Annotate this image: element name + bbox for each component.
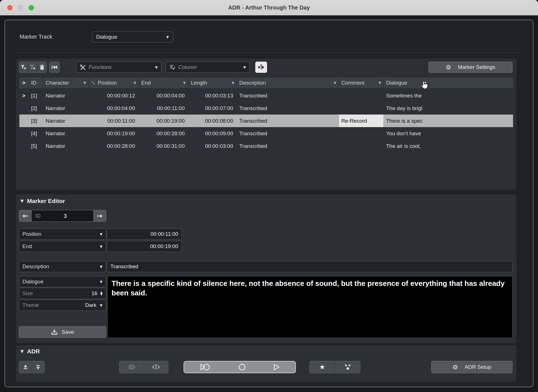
theme-dropdown[interactable]: Theme Dark ▼ xyxy=(19,300,106,311)
chevron-down-icon: ▼ xyxy=(379,81,381,85)
marker-add-group xyxy=(19,62,47,73)
collapse-triangle-icon: ▼ xyxy=(20,199,24,204)
stepper-down-icon[interactable]: ▼ xyxy=(100,293,103,296)
add-multiple-markers-button[interactable] xyxy=(28,62,38,73)
eject-up-icon xyxy=(23,364,28,370)
marker-id-field[interactable]: ID 3 xyxy=(32,210,93,221)
description-label: Description xyxy=(22,263,49,270)
marker-track-dropdown[interactable]: Dialogue ▼ xyxy=(92,31,173,43)
table-header: > ID Character▼ Position▼ End▼ Length▼ D… xyxy=(19,78,513,88)
adr-mode-group xyxy=(119,361,168,373)
delete-marker-button[interactable] xyxy=(37,62,47,73)
cell-position: 00:00:28:00 xyxy=(89,140,138,152)
cell-position: 00:00:04:00 xyxy=(89,102,138,115)
rehearse-button[interactable] xyxy=(199,363,211,371)
rate-take-button[interactable]: ★ xyxy=(310,361,335,373)
cell-dialogue: You don't have xyxy=(384,127,429,140)
row-cursor xyxy=(19,140,28,152)
close-button[interactable] xyxy=(7,5,13,10)
auto-select-toggle-button[interactable] xyxy=(255,62,267,73)
cell-length: 00:00:03:00 xyxy=(189,140,236,152)
cell-end: 00:00:28:00 xyxy=(139,127,188,140)
chevron-down-icon: ▼ xyxy=(243,65,246,69)
titlebar: ADR - Arthur Through The Day xyxy=(0,0,538,15)
end-attribute-dropdown[interactable]: End ▼ xyxy=(19,241,106,252)
column-dropdown[interactable]: Column ▼ xyxy=(166,62,250,73)
font-size-stepper[interactable]: Size 16 ▲ ▼ xyxy=(19,288,106,299)
functions-dropdown[interactable]: Functions ▼ xyxy=(76,62,161,73)
chevron-down-icon: ▼ xyxy=(100,265,103,269)
adr-setup-button[interactable]: ⚙ ADR Setup xyxy=(431,361,513,373)
table-row[interactable]: [4] Narrator 00:00:19:00 00:00:28:00 00:… xyxy=(19,127,513,140)
take-group: ★ xyxy=(309,361,360,373)
marker-settings-button[interactable]: ⚙ Marker Settings xyxy=(428,62,513,73)
collapse-triangle-icon: ▼ xyxy=(20,349,24,354)
trash-icon xyxy=(39,64,45,70)
jump-next-button[interactable] xyxy=(32,361,44,373)
cell-dialogue: The air is cool, xyxy=(384,140,429,152)
position-attribute-dropdown[interactable]: Position ▼ xyxy=(19,228,106,240)
marker-settings-label: Marker Settings xyxy=(458,64,495,70)
free-run-mode-button[interactable] xyxy=(144,361,168,373)
chevron-down-icon: ▼ xyxy=(232,81,234,85)
cell-dialogue: Sometimes the xyxy=(384,89,429,102)
column-header-length[interactable]: Length▼ xyxy=(189,78,236,88)
column-header-cursor[interactable]: > xyxy=(19,78,28,88)
column-header-character[interactable]: Character▼ xyxy=(43,78,88,88)
size-label: Size xyxy=(22,290,33,297)
column-header-description[interactable]: Description▼ xyxy=(237,78,338,88)
marker-editor-header[interactable]: ▼ Marker Editor xyxy=(20,198,65,204)
column-label: Column xyxy=(178,64,196,70)
end-value-field[interactable]: 00:00:19:00 xyxy=(107,241,182,252)
record-button[interactable] xyxy=(238,363,246,371)
jump-previous-button[interactable] xyxy=(19,361,32,373)
column-list-icon xyxy=(169,64,175,70)
save-button[interactable]: Save xyxy=(19,326,106,338)
column-header-comment[interactable]: Comment▼ xyxy=(339,78,383,88)
gear-icon: ⚙ xyxy=(453,364,458,371)
cell-dialogue: The day is brigl xyxy=(384,102,429,115)
end-label: End xyxy=(22,243,32,249)
dialogue-attribute-dropdown[interactable]: Dialogue ▼ xyxy=(19,276,106,287)
go-to-start-group xyxy=(49,62,60,73)
arrow-left-icon: ← xyxy=(22,212,28,220)
marker-track-label: Marker Track xyxy=(20,34,52,40)
cell-description: Transcribed xyxy=(237,102,338,115)
column-header-position[interactable]: Position▼ xyxy=(89,78,138,88)
cell-end: 00:00:19:00 xyxy=(139,115,188,127)
position-value-field[interactable]: 00:00:11:00 xyxy=(107,228,182,240)
position-value: 00:00:11:00 xyxy=(150,231,178,237)
sort-icon xyxy=(91,81,96,85)
description-value-field[interactable]: Transcribed xyxy=(107,261,513,272)
review-play-button[interactable] xyxy=(273,363,280,371)
add-marker-button[interactable] xyxy=(19,62,28,73)
adr-header[interactable]: ▼ ADR xyxy=(20,348,40,355)
cell-description: Transcribed xyxy=(237,127,338,140)
adr-setup-label: ADR Setup xyxy=(465,364,491,370)
dialogue-text-area[interactable]: There is a specific kind of silence here… xyxy=(107,276,513,338)
cell-comment xyxy=(339,127,383,140)
marker-track-value: Dialogue xyxy=(96,34,117,40)
zoom-button[interactable] xyxy=(29,5,34,10)
select-take-button[interactable] xyxy=(335,361,360,373)
previous-marker-button[interactable]: ← xyxy=(19,210,32,221)
row-cursor xyxy=(19,115,28,127)
table-row[interactable]: [5] Narrator 00:00:28:00 00:00:31:00 00:… xyxy=(19,140,513,152)
column-header-end[interactable]: End▼ xyxy=(139,78,188,88)
go-to-first-marker-button[interactable] xyxy=(49,62,59,73)
rehearse-mode-button[interactable] xyxy=(119,361,144,373)
next-marker-button[interactable]: → xyxy=(93,210,106,221)
table-row[interactable]: [2] Narrator 00:00:04:00 00:00:11:00 00:… xyxy=(19,102,513,115)
description-attribute-dropdown[interactable]: Description ▼ xyxy=(19,261,106,272)
adr-window: ADR - Arthur Through The Day Marker Trac… xyxy=(0,0,538,392)
chevron-down-icon: ▼ xyxy=(166,35,169,39)
column-header-id[interactable]: ID xyxy=(29,78,43,88)
cell-comment xyxy=(339,140,383,152)
table-row-selected[interactable]: [3] Narrator 00:00:11:00 00:00:19:00 00:… xyxy=(19,115,513,127)
table-row[interactable]: > [1] Narrator 00:00:00:12 00:00:04:00 0… xyxy=(19,89,513,102)
funnel-arrow-icon xyxy=(258,64,265,71)
chevron-down-icon: ▼ xyxy=(84,81,86,85)
minimize-button[interactable] xyxy=(18,5,23,10)
eject-down-icon xyxy=(36,364,41,370)
funnel-dashed-plus-icon xyxy=(30,64,36,70)
